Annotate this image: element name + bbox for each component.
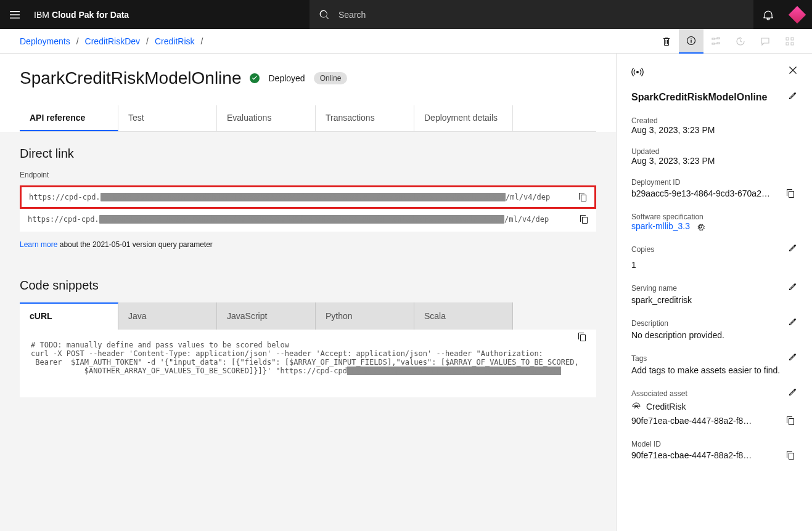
copies-value: 1 xyxy=(631,260,797,270)
info-button[interactable] xyxy=(679,29,703,54)
delete-button[interactable] xyxy=(654,29,679,54)
svg-rect-6 xyxy=(786,43,789,45)
learn-more-link[interactable]: Learn more xyxy=(20,240,57,249)
chat-button[interactable] xyxy=(753,29,777,54)
code-tab-java[interactable]: Java xyxy=(118,302,217,330)
tab-evaluations[interactable]: Evaluations xyxy=(217,105,316,131)
tab-test[interactable]: Test xyxy=(118,105,217,131)
copies-label: Copies xyxy=(631,245,654,254)
copy-deployment-id-button[interactable] xyxy=(784,187,797,200)
svg-rect-7 xyxy=(791,43,794,45)
copy-model-id-button[interactable] xyxy=(784,448,797,462)
header-actions xyxy=(753,0,812,29)
flow-button[interactable] xyxy=(703,29,728,54)
endpoint-url-primary: https://cpd-cpd.ey-modelxops-cluster-0cd… xyxy=(29,193,587,201)
grid-button[interactable] xyxy=(777,29,802,54)
tags-value: Add tags to make assets easier to find. xyxy=(631,365,797,375)
direct-link-heading: Direct link xyxy=(20,147,596,161)
associated-asset-name: CreditRisk xyxy=(646,402,686,411)
deployment-id-label: Deployment ID xyxy=(631,178,797,187)
serving-label: Serving name xyxy=(631,284,677,293)
model-icon xyxy=(631,402,641,411)
code-tab-scala[interactable]: Scala xyxy=(414,302,513,330)
updated-label: Updated xyxy=(631,147,797,156)
code-tab-curl[interactable]: cURL xyxy=(20,302,118,330)
copy-endpoint-button[interactable] xyxy=(577,213,591,226)
created-value: Aug 3, 2023, 3:23 PM xyxy=(631,125,797,135)
status-check-icon xyxy=(250,73,260,83)
breadcrumb: Deployments / CreditRiskDev / CreditRisk… xyxy=(20,36,203,46)
main-tabs: API reference Test Evaluations Transacti… xyxy=(20,105,596,132)
tab-deployment-details[interactable]: Deployment details xyxy=(414,105,513,131)
search-input[interactable] xyxy=(338,10,753,20)
tab-transactions[interactable]: Transactions xyxy=(316,105,414,131)
info-side-panel: SparkCreditRiskModelOnline Created Aug 3… xyxy=(616,54,812,531)
svg-rect-2 xyxy=(691,40,691,43)
associated-asset-id: 90fe71ea-cbae-4447-88a2-f8… xyxy=(631,416,780,426)
broadcast-icon xyxy=(631,66,644,80)
breadcrumb-separator: / xyxy=(76,36,79,46)
brand: IBM Cloud Pak for Data xyxy=(29,10,129,20)
breadcrumb-space[interactable]: CreditRiskDev xyxy=(85,36,140,46)
code-tab-python[interactable]: Python xyxy=(316,302,414,330)
tab-api-reference[interactable]: API reference xyxy=(20,105,118,131)
toolbar-actions xyxy=(654,29,802,54)
brand-name: Cloud Pak for Data xyxy=(52,10,129,20)
side-panel-title: SparkCreditRiskModelOnline xyxy=(631,92,768,103)
copy-associated-id-button[interactable] xyxy=(784,414,797,428)
edit-copies-button[interactable] xyxy=(787,243,797,255)
code-tab-javascript[interactable]: JavaScript xyxy=(217,302,316,330)
history-button[interactable] xyxy=(728,29,753,54)
copy-code-button[interactable] xyxy=(575,330,589,344)
endpoint-secondary: https://cpd-cpd.ey-modelxops-cluster-0cd… xyxy=(20,207,596,232)
svg-rect-0 xyxy=(789,6,806,23)
breadcrumb-asset[interactable]: CreditRisk xyxy=(155,36,195,46)
status-text: Deployed xyxy=(268,73,305,83)
tags-label: Tags xyxy=(631,354,647,363)
software-spec-link[interactable]: spark-mllib_3.3 xyxy=(631,221,690,231)
page-title: SparkCreditRiskModelOnline xyxy=(20,68,241,88)
software-spec-label: Software specification xyxy=(631,213,797,221)
created-label: Created xyxy=(631,116,797,125)
endpoint-url-secondary: https://cpd-cpd.ey-modelxops-cluster-0cd… xyxy=(28,215,588,224)
global-header: IBM Cloud Pak for Data xyxy=(0,0,812,29)
toolbar: Deployments / CreditRiskDev / CreditRisk… xyxy=(0,29,812,54)
updated-value: Aug 3, 2023, 3:23 PM xyxy=(631,156,797,166)
menu-button[interactable] xyxy=(0,0,29,29)
serving-value: spark_creditrisk xyxy=(631,295,797,305)
description-label: Description xyxy=(631,319,668,328)
code-tabs: cURL Java JavaScript Python Scala xyxy=(20,302,596,330)
model-id-label: Model ID xyxy=(631,440,797,448)
breadcrumb-separator: / xyxy=(201,36,203,46)
endpoint-label: Endpoint xyxy=(20,171,596,179)
svg-rect-4 xyxy=(786,38,789,40)
edit-serving-button[interactable] xyxy=(787,282,797,294)
edit-description-button[interactable] xyxy=(787,317,797,329)
copy-endpoint-button[interactable] xyxy=(576,190,589,204)
associated-asset-label: Associated asset xyxy=(631,389,687,398)
edit-title-button[interactable] xyxy=(787,91,797,103)
deployment-id-value: b29aacc5-9e13-4864-9cd3-670a2… xyxy=(631,188,780,198)
close-panel-button[interactable] xyxy=(789,66,797,76)
learn-more-text: Learn more about the 2021-05-01 version … xyxy=(20,240,596,249)
model-id-value: 90fe71ea-cbae-4447-88a2-f8… xyxy=(631,450,780,460)
avatar[interactable] xyxy=(787,5,807,25)
edit-tags-button[interactable] xyxy=(787,352,797,364)
search-icon xyxy=(310,10,338,20)
breadcrumb-separator: / xyxy=(146,36,149,46)
svg-rect-3 xyxy=(691,38,691,39)
page-title-row: SparkCreditRiskModelOnline Deployed Onli… xyxy=(20,68,596,88)
code-block: # TODO: manually define and pass values … xyxy=(20,330,596,397)
breadcrumb-deployments[interactable]: Deployments xyxy=(20,36,70,46)
brand-prefix: IBM xyxy=(34,10,49,20)
search-container xyxy=(310,0,753,29)
code-snippets-heading: Code snippets xyxy=(20,278,596,293)
gear-icon[interactable] xyxy=(696,222,705,231)
status-badge: Online xyxy=(314,72,348,84)
edit-associated-button[interactable] xyxy=(787,387,797,399)
svg-rect-5 xyxy=(791,38,794,40)
svg-point-9 xyxy=(636,71,639,73)
main-content: SparkCreditRiskModelOnline Deployed Onli… xyxy=(0,54,616,531)
notifications-button[interactable] xyxy=(753,0,782,29)
endpoint-primary: https://cpd-cpd.ey-modelxops-cluster-0cd… xyxy=(20,185,596,209)
